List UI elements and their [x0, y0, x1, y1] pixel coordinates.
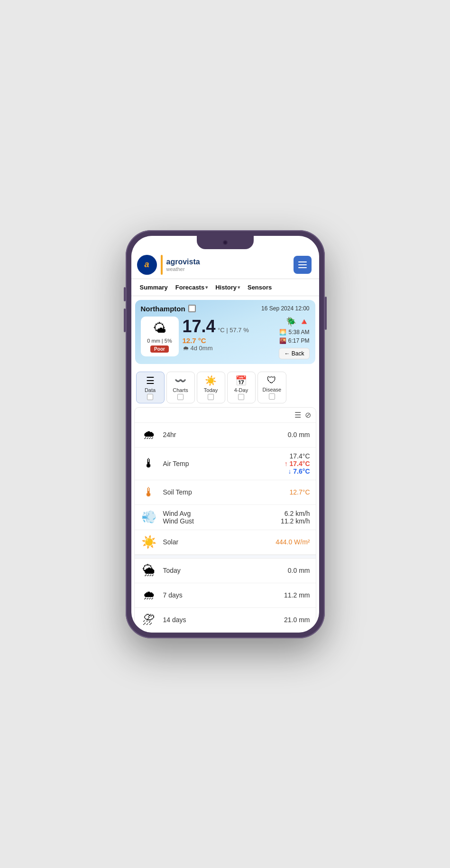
nav-summary[interactable]: Summary	[137, 282, 171, 293]
volume-up-button[interactable]	[124, 287, 126, 301]
temperature-main: 17.4	[183, 317, 216, 336]
data-tab-icon: ☰	[146, 375, 155, 386]
row-today: 🌦 Today 0.0 mm	[135, 559, 316, 583]
tab-4day[interactable]: 📅 4-Day	[227, 372, 256, 403]
weather-icon: 🌤	[145, 320, 175, 336]
logo-bar	[161, 255, 163, 275]
tab-data-label: Data	[145, 387, 156, 393]
row-solar: ☀️ Solar 444.0 W/m²	[135, 530, 316, 555]
weather-main: 🌤 0 mm | 5% Poor 17.4 °C | 57.7 % 12.7 °…	[141, 317, 310, 359]
weather-card-header: Northampton 16 Sep 2024 12:00	[141, 305, 310, 313]
app-header: agrovista weather	[131, 251, 319, 279]
tab-4day-checkbox[interactable]	[238, 394, 244, 400]
nav-history[interactable]: History	[212, 282, 243, 293]
row-soil-temp: 🌡 Soil Temp 12.7°C	[135, 480, 316, 505]
charts-tab-icon: 〰️	[174, 375, 186, 386]
tab-data[interactable]: ☰ Data	[136, 372, 165, 403]
sun-icon: ☀️	[140, 535, 157, 550]
phone-screen: agrovista weather Summary Forecasts	[131, 236, 319, 633]
row-today-value: 0.0 mm	[288, 567, 310, 574]
tab-disease[interactable]: 🛡 Disease	[257, 372, 287, 403]
app-name: agrovista	[166, 258, 200, 266]
tab-charts-checkbox[interactable]	[177, 394, 184, 400]
rain-today-icon: 🌦	[140, 563, 157, 578]
thermometer-orange-icon: 🌡	[140, 485, 157, 500]
row-air-temp-label: Air Temp	[163, 460, 279, 467]
nav-sensors[interactable]: Sensors	[245, 282, 275, 293]
rain-info: 0 mm | 5%	[145, 338, 175, 344]
row-solar-value: 444.0 W/m²	[276, 538, 310, 546]
power-button[interactable]	[325, 297, 327, 330]
volume-down-button[interactable]	[124, 308, 126, 332]
rain-7day-icon: 🌧	[140, 588, 157, 603]
location-row: Northampton	[141, 305, 196, 313]
row-soil-temp-label: Soil Temp	[163, 488, 284, 496]
section-divider	[135, 555, 316, 559]
today-tab-icon: ☀️	[205, 375, 217, 386]
phone-frame: agrovista weather Summary Forecasts	[126, 230, 325, 638]
weather-icon-box: 🌤 0 mm | 5% Poor	[141, 317, 179, 356]
list-view-icon[interactable]: ☰	[294, 411, 301, 420]
logo-icon	[137, 255, 157, 275]
tab-charts[interactable]: 〰️ Charts	[166, 372, 195, 403]
air-temp-current: 17.4°C	[290, 452, 310, 460]
sunset-time: 🌇 6:17 PM	[279, 337, 310, 344]
soil-temp: 12.7 °C	[183, 336, 276, 345]
gauge-icon[interactable]: ⊘	[305, 411, 311, 420]
air-temp-high: ↑ 17.4°C	[285, 460, 310, 467]
tab-today-label: Today	[204, 387, 218, 393]
sunrise-time: 🌅 5:38 AM	[279, 329, 309, 336]
tab-bar: ☰ Data 〰️ Charts ☀️ Today 📅 4-Day	[131, 368, 319, 407]
weather-details: 17.4 °C | 57.7 % 12.7 °C 🌧 4d 0mm	[183, 317, 276, 352]
row-14days: ⛈ 14 days 21.0 mm	[135, 608, 316, 632]
row-7days: 🌧 7 days 11.2 mm	[135, 583, 316, 608]
disease-tab-icon: 🛡	[267, 375, 276, 386]
tab-today-checkbox[interactable]	[208, 394, 214, 400]
thermometer-red-icon: 🌡	[140, 456, 157, 471]
location-name: Northampton	[141, 305, 185, 313]
logo-area: agrovista weather	[137, 255, 200, 275]
row-air-temp: 🌡 Air Temp 17.4°C ↑ 17.4°C ↓ 7.6°C	[135, 448, 316, 480]
forecast-rain: 🌧 4d 0mm	[183, 345, 276, 352]
tab-today[interactable]: ☀️ Today	[197, 372, 225, 403]
wind-labels: Wind Avg Wind Gust	[163, 510, 276, 525]
temp-main-row: 17.4 °C | 57.7 %	[183, 317, 276, 336]
row-14days-value: 21.0 mm	[284, 616, 310, 624]
wind-gust-value: 11.2 km/h	[281, 517, 310, 525]
screen-content: agrovista weather Summary Forecasts	[131, 236, 319, 633]
navigation-bar: Summary Forecasts History Sensors	[131, 279, 319, 296]
row-solar-label: Solar	[163, 538, 270, 546]
air-temp-low: ↓ 7.6°C	[288, 467, 310, 475]
weather-card: Northampton 16 Sep 2024 12:00 🌤 0 mm | 5…	[135, 300, 315, 364]
table-header: ☰ ⊘	[135, 408, 316, 423]
air-temp-values: 17.4°C ↑ 17.4°C ↓ 7.6°C	[285, 452, 310, 475]
notch	[197, 236, 254, 249]
fourday-tab-icon: 📅	[235, 375, 247, 386]
datetime: 16 Sep 2024 12:00	[261, 305, 309, 312]
rain-14day-icon: ⛈	[140, 613, 157, 627]
tab-data-checkbox[interactable]	[147, 394, 153, 400]
wind-avg-label: Wind Avg	[163, 510, 276, 517]
location-checkbox[interactable]	[188, 305, 196, 312]
data-table: ☰ ⊘ 🌧 24hr 0.0 mm 🌡 Air Temp 17.4°C ↑ 17…	[134, 407, 316, 633]
tab-disease-checkbox[interactable]	[269, 393, 275, 400]
row-24hr-label: 24hr	[163, 431, 282, 439]
menu-button[interactable]	[294, 256, 312, 274]
temp-unit: °C | 57.7 %	[218, 327, 249, 334]
row-today-label: Today	[163, 567, 282, 574]
row-7days-label: 7 days	[163, 591, 279, 599]
nav-forecasts[interactable]: Forecasts	[173, 282, 211, 293]
row-14days-label: 14 days	[163, 616, 279, 624]
bug-alert-icon: 🪲 🔺	[286, 317, 309, 327]
tab-4day-label: 4-Day	[234, 387, 248, 393]
weather-right: 🪲 🔺 🌅 5:38 AM 🌇 6:17 PM ← Back	[279, 317, 309, 359]
tab-charts-label: Charts	[173, 387, 188, 393]
row-24hr: 🌧 24hr 0.0 mm	[135, 423, 316, 448]
wind-icon: 💨	[140, 510, 157, 524]
wind-avg-value: 6.2 km/h	[285, 510, 310, 517]
back-button[interactable]: ← Back	[279, 348, 309, 359]
row-wind: 💨 Wind Avg Wind Gust 6.2 km/h 11.2 km/h	[135, 505, 316, 530]
app-subtitle: weather	[166, 266, 200, 272]
row-24hr-value: 0.0 mm	[288, 431, 310, 439]
rain-icon: 🌧	[140, 428, 157, 442]
